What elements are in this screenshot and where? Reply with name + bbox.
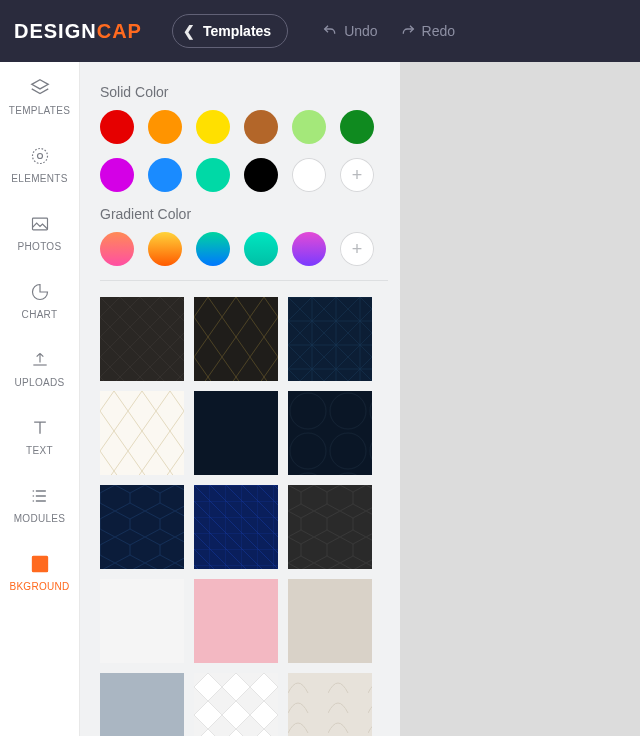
sidebar-item-label: TEMPLATES: [9, 105, 70, 116]
sidebar-item-templates[interactable]: TEMPLATES: [0, 62, 79, 130]
pattern-thumbnail[interactable]: [288, 297, 372, 381]
svg-rect-8: [194, 297, 278, 381]
gradient-swatch[interactable]: [196, 232, 230, 266]
templates-button[interactable]: ❮ Templates: [172, 14, 288, 48]
divider: [100, 280, 388, 281]
history-controls: Undo Redo: [322, 23, 455, 39]
color-swatch[interactable]: [196, 158, 230, 192]
pattern-thumbnail[interactable]: [100, 297, 184, 381]
list-icon: [30, 485, 50, 507]
text-icon: [30, 417, 50, 439]
topbar: DESIGNCAP ❮ Templates Undo Redo: [0, 0, 640, 62]
solid-color-title: Solid Color: [100, 84, 388, 100]
pattern-thumbnail[interactable]: [194, 485, 278, 569]
svg-rect-19: [288, 673, 372, 736]
redo-button[interactable]: Redo: [400, 23, 455, 39]
templates-label: Templates: [203, 23, 271, 39]
add-gradient-button[interactable]: +: [340, 232, 374, 266]
pattern-thumbnail[interactable]: [288, 485, 372, 569]
svg-rect-2: [32, 218, 47, 230]
undo-label: Undo: [344, 23, 377, 39]
color-swatch[interactable]: [148, 110, 182, 144]
background-icon: [30, 553, 50, 575]
svg-rect-10: [100, 391, 184, 475]
pattern-thumbnail[interactable]: [100, 391, 184, 475]
layers-icon: [29, 77, 51, 99]
chevron-left-icon: ❮: [183, 23, 195, 39]
sidebar-item-elements[interactable]: ELEMENTS: [0, 130, 79, 198]
color-swatch[interactable]: [100, 158, 134, 192]
svg-point-1: [32, 148, 47, 163]
background-panel: Solid Color + Gradient Color +: [80, 62, 400, 736]
color-swatch[interactable]: [292, 110, 326, 144]
gradient-swatch[interactable]: [292, 232, 326, 266]
upload-icon: [30, 349, 50, 371]
pattern-thumbnail[interactable]: [288, 579, 372, 663]
gradient-color-title: Gradient Color: [100, 206, 388, 222]
svg-point-0: [37, 153, 42, 158]
color-swatch[interactable]: [196, 110, 230, 144]
gradient-swatch[interactable]: [244, 232, 278, 266]
pattern-thumbnail[interactable]: [194, 297, 278, 381]
svg-rect-12: [288, 391, 372, 475]
sidebar-item-label: CHART: [22, 309, 58, 320]
panel-scroll[interactable]: Solid Color + Gradient Color +: [80, 62, 400, 736]
solid-color-swatches: +: [100, 110, 388, 192]
pattern-thumbnail[interactable]: [194, 673, 278, 736]
sidebar-item-label: TEXT: [26, 445, 53, 456]
sidebar-item-chart[interactable]: CHART: [0, 266, 79, 334]
undo-button[interactable]: Undo: [322, 23, 377, 39]
color-swatch[interactable]: [292, 158, 326, 192]
color-swatch[interactable]: [340, 110, 374, 144]
sidebar-item-label: UPLOADS: [15, 377, 65, 388]
sidebar: TEMPLATES ELEMENTS PHOTOS CHART: [0, 62, 80, 736]
color-swatch[interactable]: [100, 110, 134, 144]
sidebar-item-uploads[interactable]: UPLOADS: [0, 334, 79, 402]
redo-icon: [400, 23, 416, 39]
canvas-area[interactable]: [400, 62, 640, 736]
svg-point-3: [32, 490, 34, 492]
pattern-thumbnail[interactable]: [288, 673, 372, 736]
svg-point-4: [32, 495, 34, 497]
svg-rect-15: [288, 485, 372, 569]
gradient-swatch[interactable]: [148, 232, 182, 266]
color-swatch[interactable]: [244, 158, 278, 192]
gear-icon: [30, 145, 50, 167]
pattern-grid: [100, 297, 388, 736]
image-icon: [30, 213, 50, 235]
pattern-thumbnail[interactable]: [288, 391, 372, 475]
sidebar-item-text[interactable]: TEXT: [0, 402, 79, 470]
pattern-thumbnail[interactable]: [194, 391, 278, 475]
color-swatch[interactable]: [148, 158, 182, 192]
svg-rect-7: [100, 297, 184, 381]
color-swatch[interactable]: [244, 110, 278, 144]
sidebar-item-label: PHOTOS: [18, 241, 62, 252]
gradient-swatch[interactable]: [100, 232, 134, 266]
logo: DESIGNCAP: [14, 20, 142, 43]
svg-rect-9: [288, 297, 372, 381]
redo-label: Redo: [422, 23, 455, 39]
sidebar-item-photos[interactable]: PHOTOS: [0, 198, 79, 266]
sidebar-item-label: MODULES: [14, 513, 66, 524]
sidebar-item-label: ELEMENTS: [11, 173, 67, 184]
add-color-button[interactable]: +: [340, 158, 374, 192]
pie-chart-icon: [30, 281, 50, 303]
svg-rect-18: [194, 673, 278, 736]
svg-rect-16: [100, 579, 184, 663]
gradient-swatches: +: [100, 232, 388, 266]
logo-text-1: DESIGN: [14, 20, 97, 42]
logo-text-2: CAP: [97, 20, 142, 42]
pattern-thumbnail[interactable]: [194, 579, 278, 663]
sidebar-item-bkground[interactable]: BKGROUND: [0, 538, 79, 606]
undo-icon: [322, 23, 338, 39]
sidebar-item-label: BKGROUND: [9, 581, 69, 592]
svg-rect-14: [194, 485, 278, 569]
pattern-thumbnail[interactable]: [100, 579, 184, 663]
sidebar-item-modules[interactable]: MODULES: [0, 470, 79, 538]
pattern-thumbnail[interactable]: [100, 485, 184, 569]
svg-point-5: [32, 500, 34, 502]
pattern-thumbnail[interactable]: [100, 673, 184, 736]
svg-rect-13: [100, 485, 184, 569]
